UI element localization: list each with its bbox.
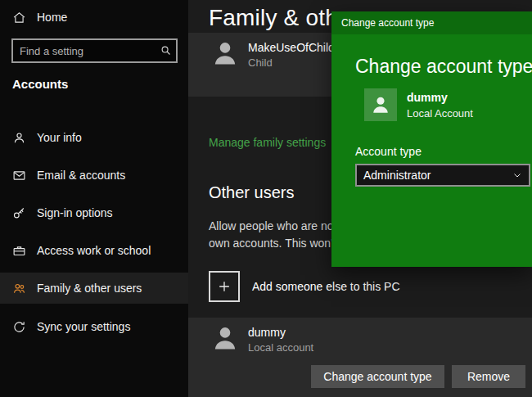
sidebar-item-label: Access work or school bbox=[37, 244, 151, 257]
sidebar-home-label: Home bbox=[37, 11, 67, 24]
sidebar-item-label: Sign-in options bbox=[37, 206, 113, 219]
remove-button[interactable]: Remove bbox=[452, 365, 525, 388]
envelope-icon bbox=[12, 169, 26, 183]
plus-icon bbox=[216, 278, 232, 295]
account-type-label: Account type bbox=[355, 145, 422, 158]
dialog-titlebar: Change account type bbox=[331, 11, 532, 34]
dialog-user-avatar bbox=[364, 88, 397, 121]
sidebar: Home Accounts Your info Email & accounts bbox=[0, 0, 188, 397]
sidebar-item-label: Email & accounts bbox=[37, 169, 125, 182]
change-account-type-dialog: Change account type Change account type … bbox=[331, 11, 532, 267]
family-user-type: Child bbox=[248, 56, 273, 69]
search-input[interactable] bbox=[11, 38, 178, 63]
account-type-dropdown[interactable]: Administrator bbox=[355, 164, 530, 187]
sidebar-item-your-info[interactable]: Your info bbox=[0, 122, 188, 153]
dialog-heading: Change account type bbox=[355, 56, 532, 78]
account-type-selected-value: Administrator bbox=[363, 169, 431, 182]
dialog-titlebar-label: Change account type bbox=[341, 17, 434, 29]
sidebar-item-sign-in-options[interactable]: Sign-in options bbox=[0, 197, 188, 228]
sidebar-item-sync-settings[interactable]: Sync your settings bbox=[0, 311, 188, 342]
other-user-name: dummy bbox=[248, 326, 286, 339]
other-user-avatar bbox=[210, 323, 240, 353]
sync-icon bbox=[12, 320, 26, 334]
home-icon bbox=[12, 11, 26, 25]
change-account-type-button[interactable]: Change account type bbox=[311, 365, 444, 388]
family-user-name: MakeUseOfChild bbox=[248, 41, 335, 54]
chevron-down-icon bbox=[512, 170, 522, 180]
dialog-user-type: Local Account bbox=[407, 107, 473, 120]
person-icon bbox=[12, 131, 26, 145]
sidebar-item-access-work-school[interactable]: Access work or school bbox=[0, 235, 188, 266]
family-user-avatar bbox=[210, 38, 240, 68]
manage-family-settings-link[interactable]: Manage family settings bbox=[209, 136, 326, 149]
sidebar-item-label: Sync your settings bbox=[37, 320, 130, 333]
other-users-heading: Other users bbox=[209, 183, 294, 202]
sidebar-item-home[interactable]: Home bbox=[12, 7, 67, 28]
people-icon bbox=[12, 282, 26, 295]
add-user-button[interactable] bbox=[209, 271, 240, 302]
sidebar-item-family-other-users[interactable]: Family & other users bbox=[0, 273, 188, 304]
briefcase-icon bbox=[12, 244, 26, 258]
search-box bbox=[11, 38, 178, 63]
other-user-type: Local account bbox=[248, 341, 313, 354]
add-user-label[interactable]: Add someone else to this PC bbox=[252, 280, 400, 293]
sidebar-item-email-accounts[interactable]: Email & accounts bbox=[0, 160, 188, 191]
key-icon bbox=[12, 206, 26, 220]
dialog-user-name: dummy bbox=[407, 91, 448, 104]
sidebar-item-label: Family & other users bbox=[37, 282, 142, 295]
sidebar-section-heading: Accounts bbox=[12, 77, 68, 91]
sidebar-item-label: Your info bbox=[37, 131, 82, 144]
settings-window: Home Accounts Your info Email & accounts bbox=[0, 0, 532, 397]
